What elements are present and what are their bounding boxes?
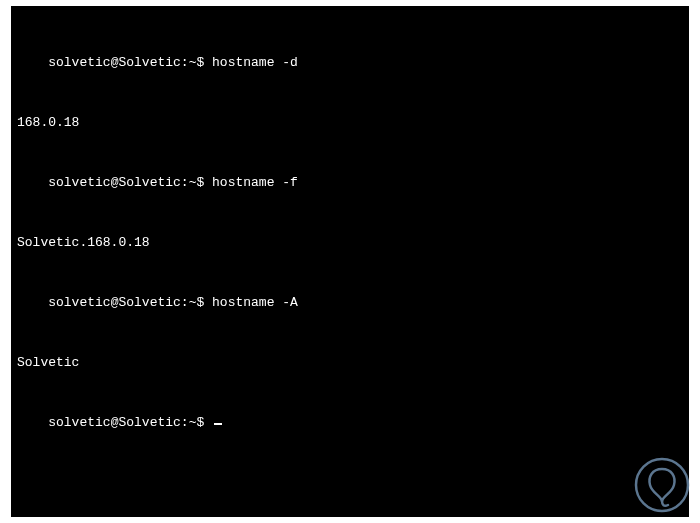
terminal-output: Solvetic (17, 355, 683, 370)
terminal-line: solvetic@Solvetic:~$ (17, 400, 683, 445)
terminal-window[interactable]: solvetic@Solvetic:~$ hostname -d 168.0.1… (11, 6, 689, 517)
terminal-line: solvetic@Solvetic:~$ hostname -A (17, 280, 683, 325)
shell-prompt: solvetic@Solvetic:~$ (48, 295, 212, 310)
cursor (214, 423, 222, 425)
terminal-line: solvetic@Solvetic:~$ hostname -d (17, 40, 683, 85)
watermark-logo-icon (634, 457, 690, 513)
command-text: hostname -A (212, 295, 298, 310)
shell-prompt: solvetic@Solvetic:~$ (48, 55, 212, 70)
command-text: hostname -f (212, 175, 298, 190)
terminal-line: solvetic@Solvetic:~$ hostname -f (17, 160, 683, 205)
shell-prompt: solvetic@Solvetic:~$ (48, 175, 212, 190)
shell-prompt: solvetic@Solvetic:~$ (48, 415, 212, 430)
terminal-output: 168.0.18 (17, 115, 683, 130)
terminal-output: Solvetic.168.0.18 (17, 235, 683, 250)
command-text: hostname -d (212, 55, 298, 70)
